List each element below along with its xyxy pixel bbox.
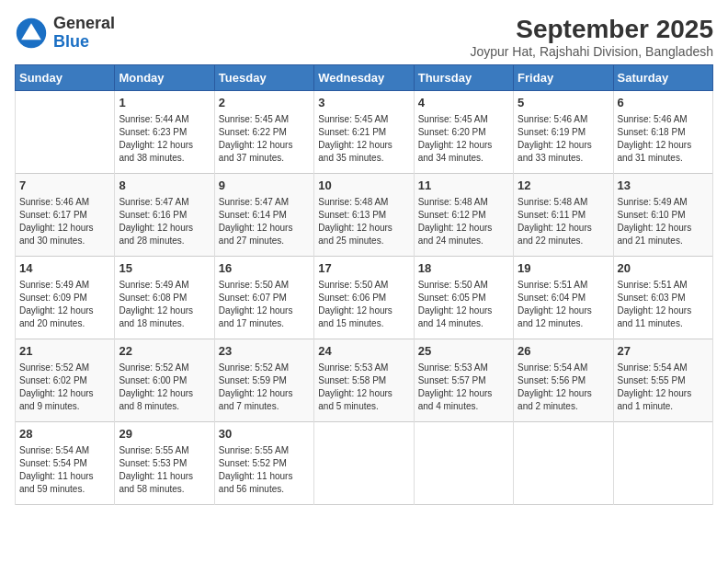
week-row-3: 14Sunrise: 5:49 AM Sunset: 6:09 PM Dayli…	[16, 257, 713, 339]
day-cell: 27Sunrise: 5:54 AM Sunset: 5:55 PM Dayli…	[613, 339, 712, 422]
day-number: 22	[119, 343, 210, 360]
day-info: Sunrise: 5:55 AM Sunset: 5:52 PM Dayligh…	[219, 444, 310, 496]
day-number: 28	[19, 426, 110, 442]
day-cell	[514, 422, 613, 505]
day-cell: 6Sunrise: 5:46 AM Sunset: 6:18 PM Daylig…	[613, 91, 712, 174]
day-info: Sunrise: 5:48 AM Sunset: 6:11 PM Dayligh…	[518, 196, 609, 247]
day-cell: 9Sunrise: 5:47 AM Sunset: 6:14 PM Daylig…	[214, 174, 313, 257]
day-info: Sunrise: 5:49 AM Sunset: 6:08 PM Dayligh…	[119, 279, 210, 330]
day-cell: 28Sunrise: 5:54 AM Sunset: 5:54 PM Dayli…	[16, 422, 115, 505]
day-info: Sunrise: 5:48 AM Sunset: 6:13 PM Dayligh…	[318, 196, 409, 247]
day-number: 20	[618, 260, 709, 277]
day-cell: 11Sunrise: 5:48 AM Sunset: 6:12 PM Dayli…	[414, 174, 513, 257]
day-header-wednesday: Wednesday	[314, 65, 414, 91]
day-info: Sunrise: 5:45 AM Sunset: 6:20 PM Dayligh…	[418, 113, 509, 165]
day-cell: 14Sunrise: 5:49 AM Sunset: 6:09 PM Dayli…	[16, 257, 115, 339]
day-cell: 16Sunrise: 5:50 AM Sunset: 6:07 PM Dayli…	[214, 257, 313, 339]
day-number: 4	[418, 95, 509, 111]
day-cell: 10Sunrise: 5:48 AM Sunset: 6:13 PM Dayli…	[314, 174, 414, 257]
day-cell: 8Sunrise: 5:47 AM Sunset: 6:16 PM Daylig…	[115, 174, 214, 257]
day-number: 13	[618, 178, 709, 194]
week-row-4: 21Sunrise: 5:52 AM Sunset: 6:02 PM Dayli…	[16, 339, 713, 422]
day-number: 24	[318, 343, 409, 360]
day-number: 23	[219, 343, 310, 360]
day-number: 6	[618, 95, 709, 111]
day-number: 29	[119, 426, 210, 442]
day-cell: 24Sunrise: 5:53 AM Sunset: 5:58 PM Dayli…	[314, 339, 414, 422]
day-info: Sunrise: 5:46 AM Sunset: 6:17 PM Dayligh…	[19, 196, 110, 247]
day-number: 8	[119, 178, 210, 194]
day-number: 7	[19, 178, 110, 194]
week-row-1: 1Sunrise: 5:44 AM Sunset: 6:23 PM Daylig…	[16, 91, 713, 174]
logo-general: General	[53, 14, 115, 32]
day-info: Sunrise: 5:51 AM Sunset: 6:03 PM Dayligh…	[618, 279, 709, 330]
day-cell: 25Sunrise: 5:53 AM Sunset: 5:57 PM Dayli…	[414, 339, 513, 422]
week-row-2: 7Sunrise: 5:46 AM Sunset: 6:17 PM Daylig…	[16, 174, 713, 257]
day-header-thursday: Thursday	[414, 65, 513, 91]
day-info: Sunrise: 5:46 AM Sunset: 6:18 PM Dayligh…	[618, 113, 709, 165]
day-cell	[613, 422, 712, 505]
day-header-tuesday: Tuesday	[214, 65, 313, 91]
title-block: September 2025 Joypur Hat, Rajshahi Divi…	[470, 15, 713, 59]
day-info: Sunrise: 5:50 AM Sunset: 6:05 PM Dayligh…	[418, 279, 509, 330]
day-cell: 12Sunrise: 5:48 AM Sunset: 6:11 PM Dayli…	[514, 174, 613, 257]
day-number: 12	[518, 178, 609, 194]
day-number: 9	[219, 178, 310, 194]
day-cell: 29Sunrise: 5:55 AM Sunset: 5:53 PM Dayli…	[115, 422, 214, 505]
day-info: Sunrise: 5:53 AM Sunset: 5:58 PM Dayligh…	[318, 362, 409, 413]
location: Joypur Hat, Rajshahi Division, Banglades…	[470, 44, 713, 59]
day-number: 2	[219, 95, 310, 111]
day-cell	[16, 91, 115, 174]
day-cell: 3Sunrise: 5:45 AM Sunset: 6:21 PM Daylig…	[314, 91, 414, 174]
day-info: Sunrise: 5:52 AM Sunset: 5:59 PM Dayligh…	[219, 362, 310, 413]
day-info: Sunrise: 5:44 AM Sunset: 6:23 PM Dayligh…	[119, 113, 210, 165]
day-cell: 22Sunrise: 5:52 AM Sunset: 6:00 PM Dayli…	[115, 339, 214, 422]
day-number: 14	[19, 260, 110, 277]
day-info: Sunrise: 5:50 AM Sunset: 6:06 PM Dayligh…	[318, 279, 409, 330]
day-number: 18	[418, 260, 509, 277]
day-cell: 21Sunrise: 5:52 AM Sunset: 6:02 PM Dayli…	[16, 339, 115, 422]
day-cell: 13Sunrise: 5:49 AM Sunset: 6:10 PM Dayli…	[613, 174, 712, 257]
day-header-monday: Monday	[115, 65, 214, 91]
day-number: 3	[318, 95, 409, 111]
day-info: Sunrise: 5:52 AM Sunset: 6:00 PM Dayligh…	[119, 362, 210, 413]
day-number: 27	[618, 343, 709, 360]
day-cell	[314, 422, 414, 505]
day-header-friday: Friday	[514, 65, 613, 91]
page-header: General Blue September 2025 Joypur Hat, …	[15, 15, 713, 59]
day-info: Sunrise: 5:53 AM Sunset: 5:57 PM Dayligh…	[418, 362, 509, 413]
day-info: Sunrise: 5:49 AM Sunset: 6:10 PM Dayligh…	[618, 196, 709, 247]
day-info: Sunrise: 5:48 AM Sunset: 6:12 PM Dayligh…	[418, 196, 509, 247]
day-number: 26	[518, 343, 609, 360]
day-cell: 17Sunrise: 5:50 AM Sunset: 6:06 PM Dayli…	[314, 257, 414, 339]
day-info: Sunrise: 5:49 AM Sunset: 6:09 PM Dayligh…	[19, 279, 110, 330]
day-cell: 26Sunrise: 5:54 AM Sunset: 5:56 PM Dayli…	[514, 339, 613, 422]
day-number: 10	[318, 178, 409, 194]
day-header-sunday: Sunday	[16, 65, 115, 91]
day-number: 19	[518, 260, 609, 277]
day-info: Sunrise: 5:47 AM Sunset: 6:16 PM Dayligh…	[119, 196, 210, 247]
logo-icon	[15, 17, 48, 50]
day-number: 5	[518, 95, 609, 111]
day-info: Sunrise: 5:45 AM Sunset: 6:22 PM Dayligh…	[219, 113, 310, 165]
day-cell: 5Sunrise: 5:46 AM Sunset: 6:19 PM Daylig…	[514, 91, 613, 174]
day-info: Sunrise: 5:45 AM Sunset: 6:21 PM Dayligh…	[318, 113, 409, 165]
day-cell: 7Sunrise: 5:46 AM Sunset: 6:17 PM Daylig…	[16, 174, 115, 257]
day-info: Sunrise: 5:54 AM Sunset: 5:55 PM Dayligh…	[618, 362, 709, 413]
day-number: 30	[219, 426, 310, 442]
day-info: Sunrise: 5:47 AM Sunset: 6:14 PM Dayligh…	[219, 196, 310, 247]
day-number: 11	[418, 178, 509, 194]
day-info: Sunrise: 5:50 AM Sunset: 6:07 PM Dayligh…	[219, 279, 310, 330]
day-cell: 23Sunrise: 5:52 AM Sunset: 5:59 PM Dayli…	[214, 339, 313, 422]
day-number: 16	[219, 260, 310, 277]
day-cell	[414, 422, 513, 505]
day-cell: 30Sunrise: 5:55 AM Sunset: 5:52 PM Dayli…	[214, 422, 313, 505]
day-cell: 15Sunrise: 5:49 AM Sunset: 6:08 PM Dayli…	[115, 257, 214, 339]
day-cell: 19Sunrise: 5:51 AM Sunset: 6:04 PM Dayli…	[514, 257, 613, 339]
day-cell: 20Sunrise: 5:51 AM Sunset: 6:03 PM Dayli…	[613, 257, 712, 339]
calendar-table: SundayMondayTuesdayWednesdayThursdayFrid…	[15, 64, 713, 505]
logo-text: General Blue	[53, 15, 115, 52]
month-title: September 2025	[470, 15, 713, 44]
day-cell: 2Sunrise: 5:45 AM Sunset: 6:22 PM Daylig…	[214, 91, 313, 174]
day-info: Sunrise: 5:51 AM Sunset: 6:04 PM Dayligh…	[518, 279, 609, 330]
